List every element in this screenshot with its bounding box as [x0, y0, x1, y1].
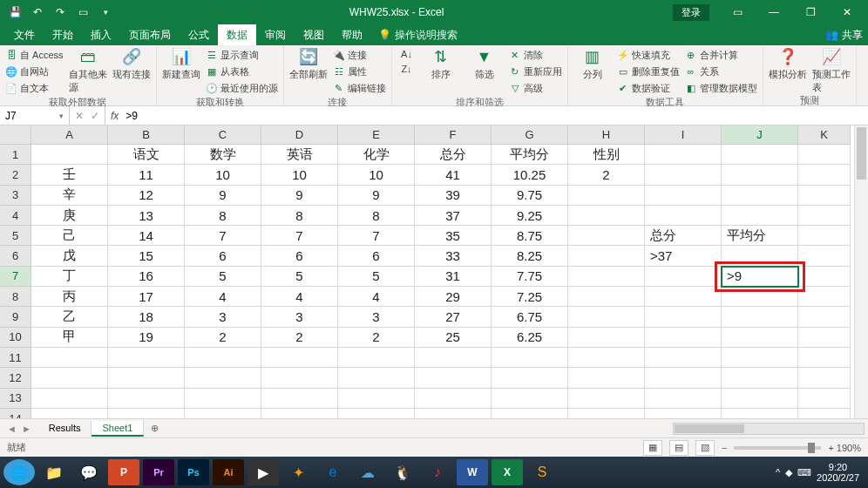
cell-J14[interactable] [722, 409, 798, 418]
cell-E2[interactable]: 10 [338, 165, 415, 185]
cell-C14[interactable] [185, 409, 261, 418]
cell-F12[interactable] [415, 368, 492, 388]
tab-视图[interactable]: 视图 [295, 24, 333, 46]
cell-C1[interactable]: 数学 [185, 145, 261, 165]
page-layout-view-button[interactable]: ▤ [669, 440, 688, 456]
cell-J7[interactable]: >9 [722, 267, 798, 287]
cell-H14[interactable] [568, 409, 645, 418]
cell-B5[interactable]: 14 [108, 226, 185, 246]
taskbar-app-powerpoint[interactable]: P [108, 459, 139, 485]
cell-J3[interactable] [722, 186, 798, 206]
undo-icon[interactable]: ↶ [28, 3, 47, 22]
col-header-A[interactable]: A [31, 125, 108, 145]
cell-J5[interactable]: 平均分 [722, 226, 798, 246]
cell-K5[interactable] [798, 226, 851, 246]
col-header-J[interactable]: J [722, 125, 798, 145]
cell-B7[interactable]: 16 [108, 267, 185, 287]
cell-H10[interactable] [568, 328, 645, 348]
minimize-button[interactable]: — [756, 0, 791, 24]
cell-B12[interactable] [108, 368, 185, 388]
cell-A11[interactable] [31, 348, 108, 368]
cell-E13[interactable] [338, 389, 415, 409]
cell-F7[interactable]: 31 [415, 267, 492, 287]
cell-B4[interactable]: 13 [108, 206, 185, 226]
cell-I3[interactable] [645, 186, 722, 206]
cell-K9[interactable] [798, 307, 851, 327]
worksheet-grid[interactable]: ABCDEFGHIJK1语文数学英语化学总分平均分性别2壬11101010411… [0, 125, 868, 418]
cell-G9[interactable]: 6.75 [492, 307, 568, 327]
cell-I14[interactable] [645, 409, 722, 418]
cell-K4[interactable] [798, 206, 851, 226]
cell-E14[interactable] [338, 409, 415, 418]
row-header-12[interactable]: 12 [0, 368, 31, 388]
cell-A10[interactable]: 甲 [31, 328, 108, 348]
tell-me-search[interactable]: 💡 操作说明搜索 [378, 28, 458, 43]
cell-D14[interactable] [261, 409, 338, 418]
tab-审阅[interactable]: 审阅 [256, 24, 295, 46]
cell-D2[interactable]: 10 [261, 165, 338, 185]
taskbar-app-cloud[interactable]: ☁ [352, 459, 383, 485]
row-header-8[interactable]: 8 [0, 287, 31, 307]
row-header-14[interactable]: 14 [0, 409, 31, 418]
new-query-button[interactable]: 📊新建查询 [162, 47, 200, 81]
row-header-10[interactable]: 10 [0, 328, 31, 348]
cell-A2[interactable]: 壬 [31, 165, 108, 185]
cell-K14[interactable] [798, 409, 851, 418]
cell-A8[interactable]: 丙 [31, 287, 108, 307]
cell-D8[interactable]: 4 [261, 287, 338, 307]
taskbar-app-wechat[interactable]: 💬 [73, 459, 105, 485]
cell-C6[interactable]: 6 [185, 246, 261, 266]
cell-G3[interactable]: 9.75 [492, 186, 568, 206]
cell-B9[interactable]: 18 [108, 307, 185, 327]
select-all-corner[interactable] [0, 125, 31, 145]
cell-A14[interactable] [31, 409, 108, 418]
cell-H5[interactable] [568, 226, 645, 246]
cell-E10[interactable]: 2 [338, 328, 415, 348]
maximize-button[interactable]: ❐ [793, 0, 828, 24]
page-break-view-button[interactable]: ▧ [695, 440, 715, 456]
cell-K10[interactable] [798, 328, 851, 348]
col-header-K[interactable]: K [798, 125, 851, 145]
zoom-level[interactable]: + 190% [828, 443, 861, 453]
taskbar-app-photoshop[interactable]: Ps [178, 459, 209, 485]
cell-E3[interactable]: 9 [338, 186, 415, 206]
cell-A3[interactable]: 辛 [31, 186, 108, 206]
cell-C4[interactable]: 8 [185, 206, 261, 226]
cell-F6[interactable]: 33 [415, 246, 492, 266]
cell-F14[interactable] [415, 409, 492, 418]
cell-E11[interactable] [338, 348, 415, 368]
cell-E4[interactable]: 8 [338, 206, 415, 226]
cell-F11[interactable] [415, 348, 492, 368]
taskbar-app-word[interactable]: W [457, 459, 488, 485]
tab-数据[interactable]: 数据 [218, 24, 256, 46]
cell-E6[interactable]: 6 [338, 246, 415, 266]
cell-E7[interactable]: 5 [338, 267, 415, 287]
cell-K6[interactable] [798, 246, 851, 266]
tray-input-icon[interactable]: ⌨ [797, 467, 811, 478]
sort-asc-button[interactable]: A↓ [397, 47, 417, 61]
row-header-1[interactable]: 1 [0, 145, 31, 165]
cell-F3[interactable]: 39 [415, 186, 492, 206]
cell-J13[interactable] [722, 389, 798, 409]
cell-D9[interactable]: 3 [261, 307, 338, 327]
horizontal-scrollbar[interactable] [673, 423, 865, 435]
cell-H7[interactable] [568, 267, 645, 287]
cell-D6[interactable]: 6 [261, 246, 338, 266]
cell-C8[interactable]: 4 [185, 287, 261, 307]
cell-B14[interactable] [108, 409, 185, 418]
taskbar-app-qq[interactable]: 🐧 [387, 459, 418, 485]
fx-icon[interactable]: fx [105, 110, 124, 122]
col-header-B[interactable]: B [108, 125, 185, 145]
cell-A5[interactable]: 己 [31, 226, 108, 246]
cell-D4[interactable]: 8 [261, 206, 338, 226]
taskbar-app-music[interactable]: ♪ [422, 459, 453, 485]
cell-A1[interactable] [31, 145, 108, 165]
cell-J9[interactable] [722, 307, 798, 327]
taskbar-app-browser[interactable]: 🌐 [3, 459, 35, 485]
cell-H4[interactable] [568, 206, 645, 226]
cell-B3[interactable]: 12 [108, 186, 185, 206]
cell-A6[interactable]: 戊 [31, 246, 108, 266]
col-header-G[interactable]: G [492, 125, 568, 145]
existing-connections-button[interactable]: 🔗现有连接 [112, 47, 151, 81]
filter-button[interactable]: ▼筛选 [465, 47, 504, 81]
